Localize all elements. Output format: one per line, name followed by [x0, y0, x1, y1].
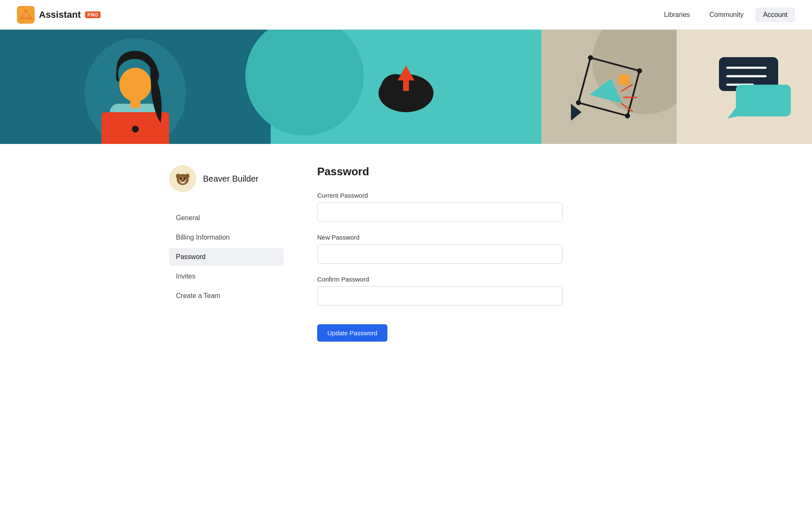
- hero-banner: [0, 30, 812, 144]
- logo-area: Assistant PRO: [17, 6, 101, 24]
- profile-name: Beaver Builder: [203, 174, 258, 184]
- svg-point-20: [617, 72, 631, 87]
- sidebar-item-create-team[interactable]: Create a Team: [169, 287, 283, 305]
- confirm-password-input[interactable]: [317, 286, 562, 306]
- svg-point-15: [587, 55, 594, 61]
- nav-account[interactable]: Account: [755, 8, 795, 22]
- profile-area: Beaver Builder: [169, 165, 283, 192]
- confirm-password-label: Confirm Password: [317, 276, 562, 283]
- sidebar-item-password[interactable]: Password: [169, 248, 283, 266]
- update-password-button[interactable]: Update Password: [317, 324, 387, 342]
- current-password-group: Current Password: [317, 192, 562, 222]
- cloud-illustration: [372, 57, 440, 116]
- pro-badge: PRO: [85, 11, 101, 18]
- new-password-label: New Password: [317, 234, 562, 241]
- svg-point-37: [184, 178, 186, 180]
- hero-section-person: [0, 30, 271, 144]
- svg-rect-29: [736, 85, 791, 116]
- svg-point-16: [636, 68, 643, 74]
- new-password-input[interactable]: [317, 244, 562, 264]
- sidebar-nav: General Billing Information Password Inv…: [169, 209, 283, 305]
- nav-community[interactable]: Community: [702, 8, 751, 22]
- form-title: Password: [317, 165, 562, 178]
- hero-section-cloud: [271, 30, 541, 144]
- hero-section-image: [541, 30, 677, 144]
- svg-point-7: [132, 126, 139, 133]
- svg-point-8: [119, 68, 151, 102]
- sidebar-item-invites[interactable]: Invites: [169, 268, 283, 285]
- current-password-input[interactable]: [317, 202, 562, 222]
- current-password-label: Current Password: [317, 192, 562, 199]
- svg-point-34: [185, 174, 189, 179]
- avatar-icon: [173, 168, 193, 189]
- svg-point-18: [575, 99, 582, 106]
- logo-icon: [17, 6, 35, 24]
- sidebar: Beaver Builder General Billing Informati…: [169, 165, 283, 342]
- main-nav: Libraries Community Account: [656, 8, 795, 22]
- new-password-group: New Password: [317, 234, 562, 264]
- avatar: [169, 165, 196, 192]
- password-form-area: Password Current Password New Password C…: [317, 165, 562, 342]
- nav-libraries[interactable]: Libraries: [656, 8, 697, 22]
- svg-point-3: [23, 12, 29, 18]
- svg-point-17: [624, 113, 631, 119]
- main-content: Beaver Builder General Billing Informati…: [152, 144, 660, 363]
- svg-point-36: [180, 178, 182, 180]
- logo-text: Assistant: [39, 9, 81, 20]
- sidebar-item-general[interactable]: General: [169, 209, 283, 227]
- svg-rect-39: [181, 182, 183, 183]
- header: Assistant PRO Libraries Community Accoun…: [0, 0, 812, 30]
- chat-illustration: [715, 53, 799, 121]
- hero-section-chat: [677, 30, 812, 144]
- person-illustration: [76, 38, 195, 144]
- svg-rect-40: [183, 182, 184, 183]
- svg-rect-9: [130, 99, 140, 108]
- sidebar-item-billing[interactable]: Billing Information: [169, 229, 283, 246]
- svg-point-33: [176, 174, 180, 179]
- svg-point-38: [181, 180, 184, 182]
- image-frame-illustration: [567, 49, 651, 125]
- svg-marker-24: [571, 104, 582, 121]
- confirm-password-group: Confirm Password: [317, 276, 562, 306]
